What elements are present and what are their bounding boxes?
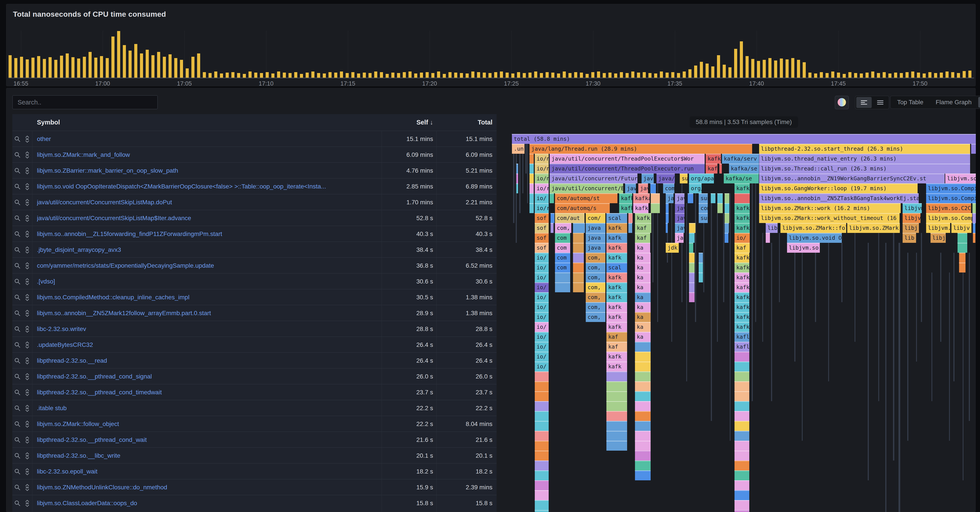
flame-block[interactable] [535,381,549,391]
flame-block[interactable]: com, [555,223,571,233]
symbol-link[interactable]: .itable stub [37,400,380,416]
flame-block[interactable] [529,183,534,193]
flame-block[interactable]: io/r [535,183,549,193]
flame-block[interactable]: sun [679,174,687,183]
search-icon[interactable] [14,341,21,348]
flame-block[interactable]: org/apa [689,174,714,183]
flame-block[interactable] [635,372,651,381]
flame-block[interactable] [535,461,549,471]
sandwich-view-icon[interactable] [24,420,30,428]
flame-block[interactable] [573,282,584,292]
flame-block[interactable] [698,263,703,273]
flame-block[interactable] [724,193,729,203]
flame-block[interactable]: ka [635,253,651,263]
align-left-button[interactable] [856,97,872,108]
flame-block[interactable] [606,441,627,451]
flame-block[interactable]: kafka [734,223,750,233]
flame-block[interactable]: jav [675,203,684,213]
flame-block[interactable]: jav [675,193,684,203]
flame-block[interactable] [516,164,518,174]
flame-block[interactable] [516,174,518,183]
flame-block[interactable]: com, [585,302,605,312]
flame-block[interactable]: io/ [535,352,549,362]
flame-block[interactable]: io/ [535,312,549,322]
flame-block[interactable]: kafk [619,193,632,203]
flame-block[interactable] [635,381,651,391]
flame-block[interactable]: libjvm.so.thread_native_entry (26.3 mins… [759,154,970,164]
flame-block[interactable] [529,154,534,164]
flame-block[interactable]: kafl [734,342,749,352]
search-icon[interactable] [14,357,21,364]
flame-block[interactable] [535,480,549,490]
search-icon[interactable] [14,500,21,507]
flame-block[interactable]: kafk [734,292,749,302]
flame-block[interactable] [606,431,627,441]
flame-block[interactable]: libjvm.so [787,243,820,253]
flame-block[interactable] [734,372,749,381]
flame-block[interactable]: kafk [606,253,627,263]
flame-block[interactable]: ka [635,332,651,342]
flame-block[interactable] [719,164,722,174]
sandwich-view-icon[interactable] [24,325,30,333]
flame-block[interactable]: scal [606,213,627,223]
flame-block[interactable] [606,372,627,381]
flame-block[interactable] [635,431,651,441]
search-icon[interactable] [14,436,21,443]
flame-block[interactable]: sun [698,213,708,223]
flame-block[interactable] [958,243,967,253]
flame-block[interactable] [555,273,570,282]
flame-block[interactable]: libjvm.so.JavaTh [945,174,976,183]
flame-block[interactable]: libpthread-2.32.so.start_thread (26.3 mi… [759,144,970,154]
flame-block[interactable]: kafka/ [633,203,648,213]
flame-block[interactable]: scal [606,263,627,273]
flame-block[interactable] [535,401,549,411]
flame-block[interactable]: kafk [606,302,627,312]
search-icon[interactable] [14,468,21,475]
flame-block[interactable]: kafk [734,273,749,282]
flame-block[interactable]: java [585,243,605,253]
flame-block[interactable] [635,362,651,372]
flame-block[interactable] [635,342,651,352]
flame-block[interactable] [635,411,651,421]
symbol-link[interactable]: java/util/concurrent/ConcurrentSkipListM… [37,210,380,226]
search-icon[interactable] [14,199,21,206]
sandwich-view-icon[interactable] [24,373,30,380]
symbol-link[interactable]: java/util/concurrent/ConcurrentSkipListM… [37,195,380,210]
flame-block[interactable] [529,164,534,174]
search-icon[interactable] [14,151,21,158]
flame-block[interactable]: kafk [606,243,627,253]
flame-block[interactable] [959,253,966,263]
flame-block[interactable] [535,421,549,431]
flame-block[interactable] [734,461,749,471]
flame-block[interactable]: kafk [734,302,749,312]
flame-block[interactable]: jdk [665,243,679,253]
search-icon[interactable] [14,136,21,142]
flame-block[interactable] [635,441,651,451]
flame-block[interactable] [734,401,749,411]
flame-block[interactable]: kafk [606,362,627,372]
flame-block[interactable] [973,223,975,233]
sandwich-view-icon[interactable] [24,199,30,206]
sandwich-view-icon[interactable] [24,499,30,507]
flame-block[interactable]: libjvm.so.ZMark::fol [780,223,846,233]
search-icon[interactable] [14,246,21,254]
symbol-link[interactable]: libjvm.so..annobin__ZN5ZMark12follow_arr… [37,305,380,321]
flame-block[interactable] [734,381,749,391]
flame-block[interactable] [535,451,549,461]
flame-block[interactable] [734,362,749,372]
flame-block[interactable]: io/ [535,273,549,282]
flame-block[interactable] [555,282,570,292]
flame-block[interactable] [972,203,976,213]
flame-block[interactable]: libjvm.so.Comp [926,213,972,223]
flame-block[interactable]: kafk [734,263,749,273]
flame-block[interactable]: ka [635,273,651,282]
flame-block[interactable]: io/n [535,154,549,164]
flame-block[interactable]: kafk [635,213,651,223]
flame-block[interactable]: kafka/serv [722,154,759,164]
flame-block[interactable]: libjvm.so.ZMark::work (16.2 mins) [759,203,900,213]
flame-block[interactable] [550,193,554,203]
flame-block[interactable] [573,253,584,263]
flame-block[interactable]: java/util/concurrent/ThreadPoolExecutor.… [550,164,705,174]
flame-block[interactable] [972,213,976,223]
flame-block[interactable]: total (58.8 mins) [512,134,976,144]
